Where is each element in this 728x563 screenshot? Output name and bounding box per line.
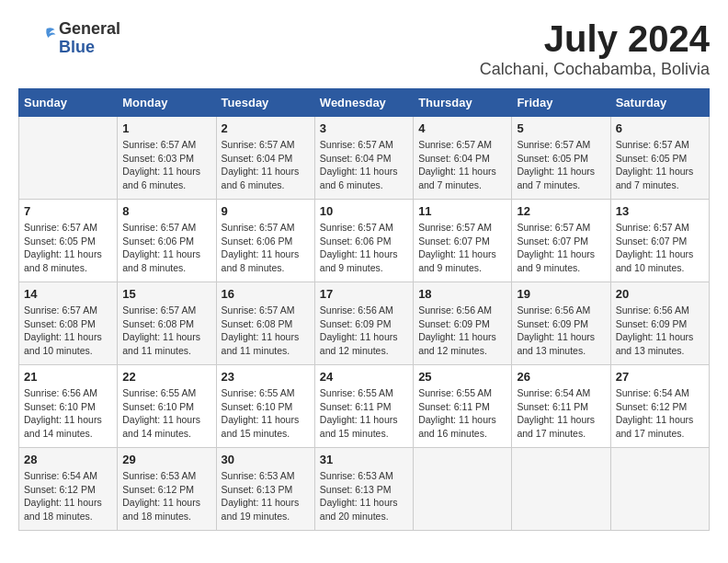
day-cell: 22Sunrise: 6:55 AMSunset: 6:10 PMDayligh… [118,365,216,448]
day-info-line: Daylight: 11 hours [418,248,496,259]
header-row: SundayMondayTuesdayWednesdayThursdayFrid… [19,89,710,117]
day-info-line: Daylight: 11 hours [418,166,496,177]
day-info-line: and 8 minutes. [222,262,285,273]
day-info-line: Sunrise: 6:57 AM [616,222,689,233]
day-number: 1 [122,121,210,135]
page-header: General Blue July 2024 Calchani, Cochaba… [18,18,710,79]
day-info-line: Sunset: 6:08 PM [24,318,96,329]
day-cell: 7Sunrise: 6:57 AMSunset: 6:05 PMDaylight… [19,200,118,282]
day-info-line: and 14 minutes. [122,428,191,439]
day-cell [19,117,118,200]
day-info-line: Daylight: 11 hours [222,331,300,342]
day-info: Sunrise: 6:54 AMSunset: 6:12 PMDaylight:… [616,386,704,441]
day-cell: 16Sunrise: 6:57 AMSunset: 6:08 PMDayligh… [216,282,314,365]
day-info: Sunrise: 6:55 AMSunset: 6:10 PMDaylight:… [122,386,210,441]
day-number: 4 [418,121,506,135]
day-info-line: Sunrise: 6:57 AM [222,139,295,150]
day-info-line: Daylight: 11 hours [517,414,595,425]
day-info-line: and 13 minutes. [616,345,685,356]
day-info-line: Sunset: 6:06 PM [222,236,293,247]
day-info-line: and 9 minutes. [517,262,580,273]
day-info-line: Sunrise: 6:57 AM [418,222,492,233]
day-number: 27 [616,370,704,384]
day-cell: 28Sunrise: 6:54 AMSunset: 6:12 PMDayligh… [19,448,118,531]
day-info-line: Daylight: 11 hours [24,497,102,508]
day-info: Sunrise: 6:53 AMSunset: 6:13 PMDaylight:… [222,469,310,523]
day-cell: 11Sunrise: 6:57 AMSunset: 6:07 PMDayligh… [414,200,512,282]
day-info-line: Sunrise: 6:57 AM [122,139,196,150]
day-info: Sunrise: 6:57 AMSunset: 6:04 PMDaylight:… [320,138,408,192]
header-cell-saturday: Saturday [610,89,709,117]
day-info: Sunrise: 6:57 AMSunset: 6:07 PMDaylight:… [418,221,506,275]
header-cell-monday: Monday [118,89,216,117]
day-number: 7 [24,204,112,218]
day-info-line: Daylight: 11 hours [320,248,398,259]
day-info-line: and 9 minutes. [320,262,383,273]
day-info-line: and 10 minutes. [616,262,685,273]
day-info-line: Sunset: 6:11 PM [517,401,588,412]
day-number: 25 [418,370,506,384]
day-info-line: Sunrise: 6:57 AM [122,222,196,233]
day-info-line: Sunset: 6:04 PM [418,153,490,164]
week-row-5: 28Sunrise: 6:54 AMSunset: 6:12 PMDayligh… [19,448,710,531]
day-info-line: Sunset: 6:10 PM [24,401,96,412]
day-info-line: and 16 minutes. [418,428,487,439]
day-number: 17 [320,287,408,301]
day-cell: 12Sunrise: 6:57 AMSunset: 6:07 PMDayligh… [512,200,610,282]
day-info-line: Sunset: 6:12 PM [122,484,194,495]
day-info-line: Sunrise: 6:53 AM [320,470,393,481]
location-title: Calchani, Cochabamba, Bolivia [480,60,710,79]
week-row-3: 14Sunrise: 6:57 AMSunset: 6:08 PMDayligh… [19,282,710,365]
day-number: 10 [320,204,408,218]
day-number: 8 [122,204,210,218]
day-cell: 10Sunrise: 6:57 AMSunset: 6:06 PMDayligh… [314,200,413,282]
day-cell: 6Sunrise: 6:57 AMSunset: 6:05 PMDaylight… [610,117,709,200]
header-cell-tuesday: Tuesday [216,89,314,117]
day-info-line: Sunset: 6:04 PM [320,153,392,164]
day-info-line: and 17 minutes. [616,428,685,439]
day-info-line: and 19 minutes. [222,511,290,522]
day-info-line: and 15 minutes. [320,428,389,439]
week-row-4: 21Sunrise: 6:56 AMSunset: 6:10 PMDayligh… [19,365,710,448]
day-cell: 30Sunrise: 6:53 AMSunset: 6:13 PMDayligh… [216,448,314,531]
day-info-line: Sunset: 6:08 PM [222,318,293,329]
day-info-line: Sunset: 6:05 PM [616,153,688,164]
day-number: 26 [517,370,605,384]
day-info-line: and 17 minutes. [517,428,586,439]
day-info-line: Sunset: 6:10 PM [122,401,194,412]
day-info-line: Sunrise: 6:55 AM [122,387,196,398]
day-info-line: Sunset: 6:09 PM [320,318,392,329]
day-info-line: Daylight: 11 hours [122,166,200,177]
day-number: 6 [616,121,704,135]
logo-general: General [59,20,120,39]
logo-blue: Blue [59,39,120,57]
day-info-line: and 20 minutes. [320,511,389,522]
day-info-line: Sunrise: 6:57 AM [24,304,97,316]
day-info-line: Sunset: 6:07 PM [616,236,688,247]
day-cell: 5Sunrise: 6:57 AMSunset: 6:05 PMDaylight… [512,117,610,200]
day-cell: 18Sunrise: 6:56 AMSunset: 6:09 PMDayligh… [414,282,512,365]
day-info-line: Daylight: 11 hours [122,414,200,425]
day-cell: 1Sunrise: 6:57 AMSunset: 6:03 PMDaylight… [118,117,216,200]
day-info-line: and 8 minutes. [122,262,186,273]
day-cell: 25Sunrise: 6:55 AMSunset: 6:11 PMDayligh… [414,365,512,448]
day-info-line: Sunrise: 6:56 AM [24,387,97,398]
day-cell: 2Sunrise: 6:57 AMSunset: 6:04 PMDaylight… [216,117,314,200]
calendar-table: SundayMondayTuesdayWednesdayThursdayFrid… [18,88,710,531]
day-info-line: Sunset: 6:11 PM [418,401,490,412]
day-info-line: Sunset: 6:13 PM [320,484,392,495]
day-number: 24 [320,370,408,384]
day-info-line: Sunrise: 6:53 AM [122,470,196,481]
day-cell: 15Sunrise: 6:57 AMSunset: 6:08 PMDayligh… [118,282,216,365]
day-number: 14 [24,287,112,301]
day-info-line: Sunrise: 6:57 AM [517,139,590,150]
day-info-line: Daylight: 11 hours [222,497,300,508]
day-info-line: and 13 minutes. [517,345,586,356]
day-info-line: Daylight: 11 hours [320,414,398,425]
day-info: Sunrise: 6:57 AMSunset: 6:05 PMDaylight:… [517,138,605,192]
day-info-line: Sunset: 6:07 PM [418,236,490,247]
day-cell: 20Sunrise: 6:56 AMSunset: 6:09 PMDayligh… [610,282,709,365]
header-cell-sunday: Sunday [19,89,118,117]
day-number: 31 [320,453,408,466]
week-row-2: 7Sunrise: 6:57 AMSunset: 6:05 PMDaylight… [19,200,710,282]
